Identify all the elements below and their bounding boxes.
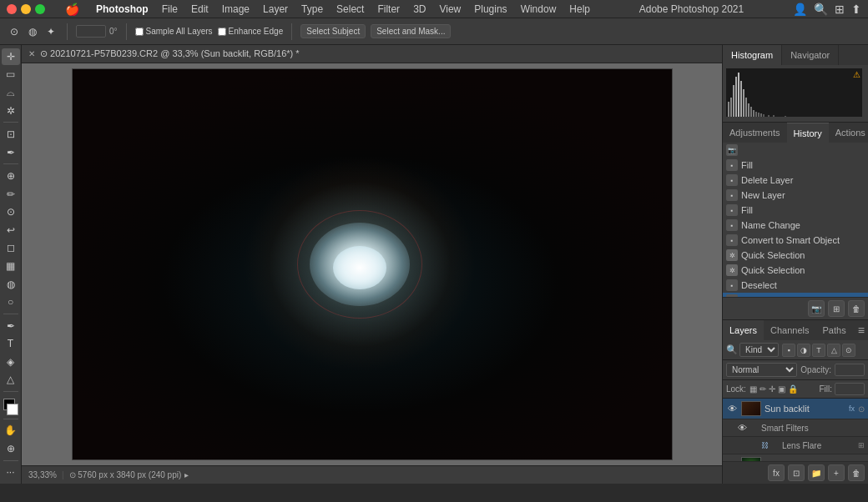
- layer-sun-backlit[interactable]: 👁 Sun backlit fx ⊙: [723, 399, 868, 419]
- layer-kind-select[interactable]: Kind: [739, 343, 779, 357]
- lasso-tool[interactable]: ⌓: [2, 84, 20, 101]
- menu-help[interactable]: Help: [569, 3, 590, 15]
- select-mask-button[interactable]: Select and Mask...: [371, 24, 451, 38]
- magic-wand-tool[interactable]: ✲: [2, 103, 20, 119]
- extras-tool[interactable]: ···: [2, 464, 20, 480]
- layer-options-sun[interactable]: ⊙: [858, 404, 865, 414]
- menu-layer[interactable]: Layer: [263, 3, 288, 15]
- history-item-quick-sel-2[interactable]: ✲ Quick Selection: [723, 263, 868, 278]
- history-item-fill-2[interactable]: ▪ Fill: [723, 203, 868, 218]
- add-mask-button[interactable]: ⊡: [788, 464, 805, 481]
- lock-transparent-icon[interactable]: ▦: [749, 384, 757, 394]
- menu-3d[interactable]: 3D: [413, 3, 426, 15]
- clone-tool[interactable]: ⊙: [2, 203, 20, 220]
- history-brush-tool[interactable]: ↩: [2, 222, 20, 238]
- menu-view[interactable]: View: [439, 3, 461, 15]
- brush-tool[interactable]: ✏: [2, 186, 20, 203]
- menu-file[interactable]: File: [162, 3, 178, 15]
- select-subject-button[interactable]: Select Subject: [300, 24, 366, 38]
- lock-position-icon[interactable]: ✛: [769, 384, 775, 394]
- layers-panel-more-icon[interactable]: ≡: [853, 324, 868, 337]
- apple-logo-icon[interactable]: 🍎: [65, 3, 79, 16]
- history-delete-button[interactable]: 🗑: [848, 300, 865, 317]
- tab-adjustments[interactable]: Adjustments: [723, 123, 787, 143]
- layer-visibility-smart[interactable]: 👁: [736, 422, 748, 434]
- menu-window[interactable]: Window: [521, 3, 557, 15]
- brush-preset-icon[interactable]: ◍: [25, 24, 40, 39]
- history-snapshot-button[interactable]: 📷: [808, 300, 825, 317]
- menu-type[interactable]: Type: [301, 3, 323, 15]
- eraser-tool[interactable]: ◻: [2, 240, 20, 257]
- healing-tool[interactable]: ⊕: [2, 168, 20, 184]
- layer-color[interactable]: 👁 Color: [723, 454, 868, 461]
- menu-select[interactable]: Select: [336, 3, 364, 15]
- brush-size-input[interactable]: 58: [76, 25, 106, 38]
- history-item-quick-sel-1[interactable]: ✲ Quick Selection: [723, 248, 868, 263]
- account-icon[interactable]: 👤: [793, 3, 807, 16]
- select-rect-tool[interactable]: ▭: [2, 67, 20, 83]
- enhance-edge-check[interactable]: [218, 28, 226, 36]
- layer-lens-flare[interactable]: 👁 ⛓ Lens Flare ⊞: [723, 437, 868, 454]
- minimize-button[interactable]: [21, 4, 31, 14]
- filter-shape-button[interactable]: △: [827, 344, 840, 357]
- history-create-doc-button[interactable]: ⊞: [828, 300, 845, 317]
- zoom-tool[interactable]: ⊕: [2, 440, 20, 457]
- tab-channels[interactable]: Channels: [764, 320, 815, 340]
- history-item-new-layer[interactable]: ▪ New Layer: [723, 188, 868, 203]
- sample-all-checkbox[interactable]: Sample All Layers: [135, 27, 213, 36]
- path-select-tool[interactable]: ◈: [2, 354, 20, 370]
- filter-smart-button[interactable]: ⊙: [842, 344, 855, 357]
- history-item-fill-1[interactable]: ▪ Fill: [723, 158, 868, 173]
- filter-adjust-button[interactable]: ◑: [797, 344, 810, 357]
- filter-type-button[interactable]: T: [812, 344, 825, 357]
- menu-plugins[interactable]: Plugins: [474, 3, 507, 15]
- close-button[interactable]: [7, 4, 17, 14]
- crop-tool[interactable]: ⊡: [2, 126, 20, 143]
- tab-actions[interactable]: Actions: [829, 123, 868, 143]
- background-color[interactable]: [7, 404, 18, 415]
- tab-layers[interactable]: Layers: [723, 320, 764, 340]
- history-item-deselect[interactable]: ▪ Deselect: [723, 278, 868, 293]
- menu-filter[interactable]: Filter: [377, 3, 400, 15]
- pen-tool[interactable]: ✒: [2, 318, 20, 334]
- lock-all-icon[interactable]: 🔒: [788, 384, 798, 394]
- history-item-convert[interactable]: ▪ Convert to Smart Object: [723, 233, 868, 248]
- eyedropper-tool[interactable]: ✒: [2, 144, 20, 161]
- opacity-input[interactable]: 100%: [835, 364, 865, 376]
- menu-edit[interactable]: Edit: [191, 3, 209, 15]
- new-group-button[interactable]: 📁: [808, 464, 825, 481]
- search-icon[interactable]: 🔍: [814, 3, 828, 16]
- brush-mode-icon[interactable]: ✦: [43, 24, 58, 39]
- tab-close-icon[interactable]: ✕: [28, 49, 35, 58]
- type-tool[interactable]: T: [2, 335, 20, 352]
- lock-image-icon[interactable]: ✏: [760, 384, 766, 394]
- move-tool[interactable]: ✛: [2, 48, 20, 65]
- arrange-icon[interactable]: ⊞: [835, 3, 845, 16]
- add-fx-button[interactable]: fx: [768, 464, 785, 481]
- dodge-tool[interactable]: ○: [2, 294, 20, 310]
- tab-navigator[interactable]: Navigator: [782, 45, 839, 65]
- history-item-name-change[interactable]: ▪ Name Change: [723, 218, 868, 233]
- lock-artboard-icon[interactable]: ▣: [778, 384, 785, 394]
- fill-input[interactable]: 100%: [835, 383, 865, 395]
- layer-smart-filters[interactable]: 👁 Smart Filters: [723, 419, 868, 437]
- tab-histogram[interactable]: Histogram: [723, 45, 782, 65]
- maximize-button[interactable]: [35, 4, 45, 14]
- canvas-viewport[interactable]: [22, 63, 722, 465]
- hand-tool[interactable]: ✋: [2, 422, 20, 439]
- document-tab[interactable]: ✕ ⊙ 20210721-P57B0239.CR2 @ 33,3% (Sun b…: [22, 45, 722, 63]
- color-swatches[interactable]: [2, 399, 20, 415]
- lens-flare-extra-icon[interactable]: ⊞: [858, 441, 865, 449]
- filter-pixel-button[interactable]: ▪: [782, 344, 795, 357]
- blur-tool[interactable]: ◍: [2, 276, 20, 293]
- tab-paths[interactable]: Paths: [816, 320, 853, 340]
- blend-mode-select[interactable]: Normal: [726, 363, 797, 377]
- layer-visibility-sun[interactable]: 👁: [726, 403, 738, 414]
- history-item-delete-layer[interactable]: ▪ Delete Layer: [723, 173, 868, 188]
- delete-layer-button[interactable]: 🗑: [848, 464, 865, 481]
- shape-tool[interactable]: △: [2, 372, 20, 389]
- history-item[interactable]: 📷: [723, 143, 868, 158]
- gradient-tool[interactable]: ▦: [2, 258, 20, 274]
- enhance-edge-checkbox[interactable]: Enhance Edge: [218, 27, 284, 36]
- sample-all-check[interactable]: [135, 28, 144, 36]
